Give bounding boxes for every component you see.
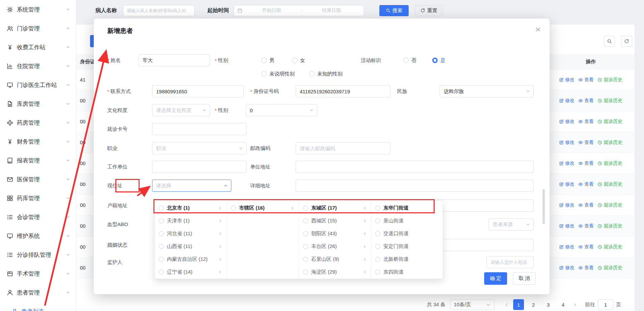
sidebar-item[interactable]: 系统管理 — [0, 0, 76, 19]
history-action[interactable]: 就诊历史 — [597, 139, 622, 146]
patient-source-select[interactable]: 患者来源 — [489, 218, 534, 230]
cascader-option[interactable]: 交道口街道 — [371, 227, 443, 240]
sidebar-item[interactable]: 手术管理 — [0, 264, 76, 283]
close-icon[interactable] — [535, 27, 541, 32]
edit-action[interactable]: 修改 — [559, 77, 575, 83]
page-button[interactable]: 2 — [528, 299, 539, 310]
sidebar-item[interactable]: 门诊医生工作站 — [0, 75, 76, 94]
history-action[interactable]: 就诊历史 — [597, 77, 622, 83]
current-address-cascader-trigger[interactable]: 请选择 — [152, 180, 231, 192]
gender-radio-female[interactable]: 女 — [292, 54, 305, 66]
sidebar-item[interactable]: 住院管理 — [0, 57, 76, 75]
edit-action[interactable]: 修改 — [559, 160, 575, 166]
cascader-option[interactable]: 东城区 (17) — [299, 201, 371, 214]
page-button[interactable]: 3 — [543, 299, 554, 310]
table-refresh-button[interactable] — [621, 36, 632, 47]
gender-radio-unspecified[interactable]: 未说明性别 — [261, 68, 295, 80]
view-action[interactable]: 查看 — [578, 139, 594, 146]
edit-action[interactable]: 修改 — [559, 265, 575, 271]
cascader-option[interactable]: 市辖区 (16) — [227, 201, 299, 214]
active-flag-radio-no[interactable]: 否 — [403, 54, 416, 66]
guardian-phone-input[interactable] — [487, 256, 534, 268]
history-action[interactable]: 就诊历史 — [597, 244, 622, 250]
history-action[interactable]: 就诊历史 — [597, 181, 622, 187]
view-action[interactable]: 查看 — [578, 181, 594, 187]
goto-page-input[interactable] — [598, 299, 613, 310]
view-action[interactable]: 查看 — [578, 77, 594, 83]
confirm-button[interactable]: 确 定 — [484, 272, 507, 285]
cascader-option[interactable]: 天津市 (1) — [155, 214, 227, 227]
history-action[interactable]: 就诊历史 — [597, 223, 622, 229]
patient-name-input[interactable] — [123, 5, 195, 16]
sidebar-item[interactable]: 维护系统 — [0, 226, 76, 245]
cascader-option[interactable]: 辽宁省 (14) — [155, 266, 227, 278]
id-number-input[interactable] — [296, 85, 390, 97]
occupation-select[interactable]: 职业 — [152, 142, 246, 154]
postal-code-input[interactable] — [296, 142, 390, 154]
ethnicity-select[interactable]: 达斡尔族 — [440, 85, 534, 97]
edit-action[interactable]: 修改 — [559, 244, 575, 250]
page-button[interactable]: 4 — [558, 299, 568, 310]
history-action[interactable]: 就诊历史 — [597, 160, 622, 166]
search-button[interactable]: 搜索 — [379, 5, 409, 16]
view-action[interactable]: 查看 — [578, 223, 594, 229]
sidebar-item[interactable]: 财务管理 — [0, 132, 76, 151]
edit-action[interactable]: 修改 — [559, 181, 575, 187]
sidebar-item[interactable]: 报表管理 — [0, 151, 76, 170]
gender-radio-male[interactable]: 男 — [261, 54, 274, 66]
reset-button[interactable]: 重置 — [415, 5, 443, 16]
next-page-button[interactable] — [573, 302, 578, 307]
cascader-option[interactable]: 北新桥街道 — [371, 253, 443, 266]
gender-radio-unknown[interactable]: 未知的性别 — [309, 68, 343, 80]
modal-scrollbar[interactable] — [543, 189, 545, 224]
education-select[interactable]: 请选择文化程度 — [152, 104, 210, 116]
view-action[interactable]: 查看 — [578, 98, 594, 104]
history-action[interactable]: 就诊历史 — [597, 202, 622, 208]
table-search-button[interactable] — [604, 36, 615, 47]
sidebar-item[interactable]: 药库管理 — [0, 189, 76, 208]
date-range-picker[interactable]: 开始日期 - 结束日期 — [234, 5, 364, 16]
edit-action[interactable]: 修改 — [559, 139, 575, 146]
cascader-option[interactable]: 安定门街道 — [371, 240, 443, 253]
view-action[interactable]: 查看 — [578, 244, 594, 250]
cascader-option[interactable]: 石景山区 (9) — [299, 253, 371, 266]
cascader-option[interactable]: 丰台区 (26) — [299, 240, 371, 253]
cascader-option[interactable]: 内蒙古自治区 (12) — [155, 253, 227, 266]
cascader-option[interactable]: 北京市 (1) — [155, 201, 227, 214]
sidebar-item[interactable]: 门诊管理 — [0, 19, 76, 38]
sidebar-item[interactable]: 患者管理 — [0, 283, 76, 302]
sidebar-item[interactable]: 医保管理 — [0, 170, 76, 189]
contact-input[interactable] — [152, 85, 244, 97]
edit-action[interactable]: 修改 — [559, 119, 575, 125]
work-address-input[interactable] — [296, 161, 534, 173]
history-action[interactable]: 就诊历史 — [597, 119, 622, 125]
view-action[interactable]: 查看 — [578, 202, 594, 208]
history-action[interactable]: 就诊历史 — [597, 98, 622, 104]
active-flag-radio-yes[interactable]: 是 — [432, 54, 445, 66]
edit-action[interactable]: 修改 — [559, 98, 575, 104]
sidebar-item-patient-list[interactable]: 患者列表 — [0, 302, 76, 311]
cancel-button[interactable]: 取 消 — [513, 272, 536, 285]
view-action[interactable]: 查看 — [578, 265, 594, 271]
sidebar-item[interactable]: 分诊排队管理 — [0, 245, 76, 264]
page-size-select[interactable]: 10条/页 — [450, 299, 495, 310]
gender-code-select[interactable]: 0 — [246, 104, 317, 116]
cascader-option[interactable]: 西城区 (15) — [299, 214, 371, 227]
sidebar-item[interactable]: 收费工作站 — [0, 38, 76, 57]
prev-page-button[interactable] — [504, 302, 509, 307]
cascader-option[interactable]: 朝阳区 (43) — [299, 227, 371, 240]
sidebar-item[interactable]: 会诊管理 — [0, 208, 76, 226]
cascader-option[interactable]: 东四街道 — [371, 266, 443, 278]
work-unit-input[interactable] — [152, 161, 246, 173]
cascader-option[interactable]: 景山街道 — [371, 214, 443, 227]
edit-action[interactable]: 修改 — [559, 223, 575, 229]
view-action[interactable]: 查看 — [578, 119, 594, 125]
cascader-option[interactable]: 山西省 (11) — [155, 240, 227, 253]
name-input[interactable] — [139, 54, 210, 66]
sidebar-item[interactable]: 药房管理 — [0, 113, 76, 132]
card-no-input[interactable] — [152, 123, 246, 135]
page-button[interactable]: 1 — [513, 299, 524, 310]
sidebar-item[interactable]: 库房管理 — [0, 94, 76, 113]
detail-address-input[interactable] — [296, 180, 534, 192]
view-action[interactable]: 查看 — [578, 160, 594, 166]
